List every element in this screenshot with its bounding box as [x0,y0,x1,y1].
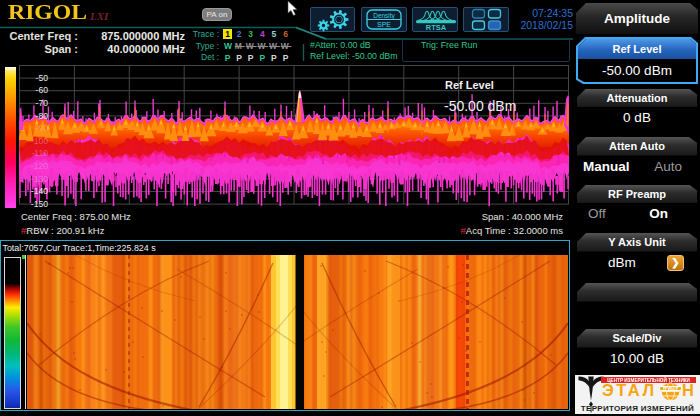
svg-text:-60: -60 [36,85,49,95]
svg-text:-100: -100 [31,136,48,146]
svg-text:RTSA: RTSA [426,23,447,32]
svg-text:SPE: SPE [377,21,391,28]
svg-text:-50: -50 [36,73,49,83]
svg-text:-70: -70 [36,98,49,108]
svg-text:Density: Density [373,12,395,20]
svg-text:-150: -150 [31,199,48,209]
svg-text:-110: -110 [31,148,48,158]
svg-text:-90: -90 [36,123,49,133]
svg-text:-140: -140 [31,186,48,196]
svg-text:-130: -130 [31,174,48,184]
svg-text:-80: -80 [36,111,49,121]
svg-text:-120: -120 [31,161,48,171]
